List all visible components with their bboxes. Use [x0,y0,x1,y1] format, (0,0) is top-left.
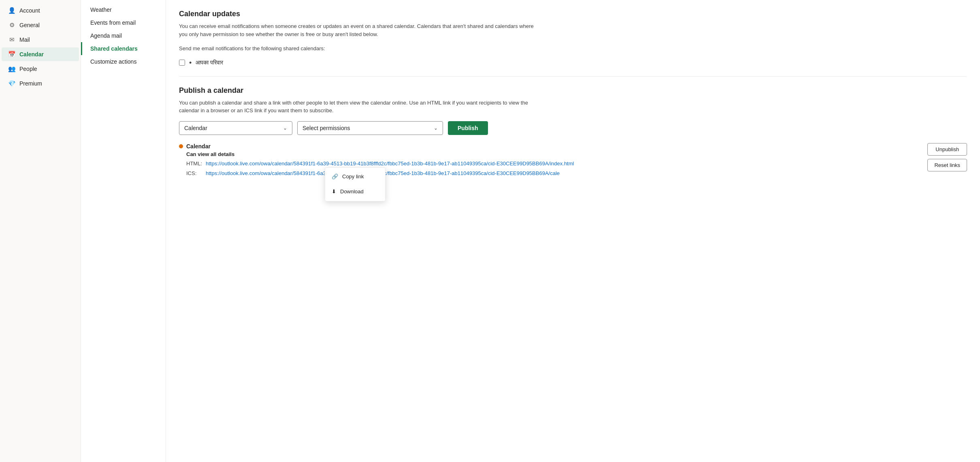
premium-icon: 💎 [8,80,15,87]
published-header: Calendar [179,143,927,150]
sidebar-item-mail[interactable]: ✉ Mail [2,33,79,47]
published-calendar-name: Calendar [186,143,211,150]
action-buttons: Unpublish Reset links [927,143,967,171]
section-divider [179,76,967,77]
sidebar-item-calendar[interactable]: 📅 Calendar [2,47,79,61]
calendar-family-label: आपका परिवार [196,59,223,66]
context-menu-copy-link[interactable]: 🔗 Copy link [325,169,385,184]
context-menu-box: 🔗 Copy link ⬇ Download [325,167,386,201]
permissions-dropdown-arrow: ⌄ [434,125,438,131]
published-entry-row: Calendar Can view all details HTML: http… [179,143,967,180]
html-link-row: HTML: https://outlook.live.com/owa/calen… [179,160,927,168]
copy-link-label: Copy link [342,173,364,181]
sidebar-label-account: Account [19,7,40,14]
publish-button[interactable]: Publish [448,121,488,135]
calendar-icon: 📅 [8,51,15,58]
context-menu-download[interactable]: ⬇ Download [325,184,385,199]
calendar-family-row: • आपका परिवार [179,59,967,66]
permissions-dropdown-value: Select permissions [303,125,350,131]
general-icon: ⚙ [8,21,15,29]
midnav-item-agenda-mail[interactable]: Agenda mail [81,29,166,42]
download-icon: ⬇ [332,188,336,196]
sidebar-label-mail: Mail [19,36,30,43]
ics-link-row: ICS: https://outlook.live.com/owa/calend… [179,169,927,178]
orange-dot [179,144,183,148]
download-label: Download [340,188,364,196]
mail-icon: ✉ [8,36,15,43]
sidebar-item-general[interactable]: ⚙ General [2,18,79,32]
sidebar-item-account[interactable]: 👤 Account [2,4,79,17]
publish-calendar-description: You can publish a calendar and share a l… [179,99,543,115]
calendar-dropdown-value: Calendar [184,125,207,131]
calendar-updates-title: Calendar updates [179,10,967,18]
main-content: Calendar updates You can receive email n… [166,0,980,462]
sidebar-item-premium[interactable]: 💎 Premium [2,77,79,90]
mid-navigation: Weather Events from email Agenda mail Sh… [81,0,166,462]
sidebar-label-calendar: Calendar [19,51,44,58]
people-icon: 👥 [8,65,15,73]
context-menu: 🔗 Copy link ⬇ Download [325,167,386,201]
calendar-updates-section: Calendar updates You can receive email n… [179,10,967,66]
publish-calendar-section: Publish a calendar You can publish a cal… [179,86,967,180]
calendar-dropdown-arrow: ⌄ [283,125,287,131]
publish-calendar-title: Publish a calendar [179,86,967,95]
calendar-dropdown[interactable]: Calendar ⌄ [179,121,292,135]
sidebar-label-premium: Premium [19,80,42,87]
midnav-item-customize-actions[interactable]: Customize actions [81,55,166,68]
unpublish-button[interactable]: Unpublish [927,143,967,156]
reset-links-button[interactable]: Reset links [927,159,967,171]
sidebar-item-people[interactable]: 👥 People [2,62,79,76]
midnav-item-events-from-email[interactable]: Events from email [81,16,166,29]
account-icon: 👤 [8,7,15,14]
html-label: HTML: [186,160,202,168]
permission-label: Can view all details [179,151,927,157]
midnav-item-shared-calendars[interactable]: Shared calendars [81,42,166,55]
copy-link-icon: 🔗 [332,173,338,181]
bullet-dot: • [189,59,192,66]
published-info: Calendar Can view all details HTML: http… [179,143,927,180]
notification-label: Send me email notifications for the foll… [179,45,543,53]
sidebar-label-general: General [19,22,40,28]
sidebar-label-people: People [19,66,37,72]
sidebar: 👤 Account ⚙ General ✉ Mail 📅 Calendar 👥 … [0,0,81,462]
publish-controls: Calendar ⌄ Select permissions ⌄ Publish [179,121,967,135]
html-link[interactable]: https://outlook.live.com/owa/calendar/58… [206,160,574,168]
ics-label: ICS: [186,169,202,178]
calendar-updates-description: You can receive email notifications when… [179,22,543,38]
permissions-dropdown[interactable]: Select permissions ⌄ [297,121,443,135]
midnav-item-weather[interactable]: Weather [81,3,166,16]
calendar-family-checkbox[interactable] [179,60,185,66]
